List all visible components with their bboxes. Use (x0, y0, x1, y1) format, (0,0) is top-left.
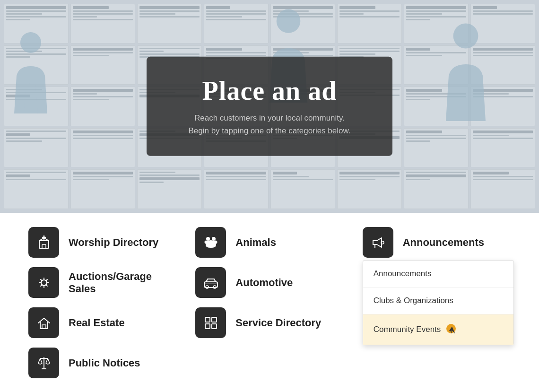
animals-label: Animals (235, 236, 276, 249)
hero-overlay: Place an ad Reach customers in your loca… (147, 57, 392, 156)
dropdown-item-announcements[interactable]: Announcements (363, 261, 513, 287)
automotive-label: Automotive (235, 277, 293, 289)
dropdown-item-clubs-organizations[interactable]: Clubs & Organizations (363, 287, 513, 314)
auctions-garage-sales-label: Auctions/Garage Sales (69, 270, 176, 295)
hero-subtitle: Reach customers in your local community.… (184, 112, 355, 137)
categories-section: Worship Directory Animals An (0, 213, 539, 392)
category-automotive[interactable]: Automotive (195, 267, 343, 298)
worship-directory-icon (28, 227, 59, 258)
category-auctions-garage-sales[interactable]: Auctions/Garage Sales (28, 267, 176, 298)
automotive-icon (195, 267, 226, 298)
svg-rect-18 (205, 324, 210, 329)
category-service-directory[interactable]: Service Directory (195, 307, 343, 338)
svg-rect-16 (205, 317, 210, 322)
announcements-dropdown: Announcements Clubs & Organizations Comm… (363, 260, 514, 345)
svg-point-6 (212, 237, 215, 240)
real-estate-label: Real Estate (69, 317, 125, 329)
svg-point-2 (453, 24, 478, 49)
category-real-estate[interactable]: Real Estate (28, 307, 176, 338)
auctions-garage-sales-icon (28, 267, 59, 298)
dropdown-item-community-events[interactable]: Community Events (363, 314, 513, 345)
service-directory-label: Service Directory (235, 317, 321, 329)
service-directory-icon (195, 307, 226, 338)
cursor-icon (445, 323, 459, 336)
svg-point-1 (277, 9, 301, 33)
hero-title: Place an ad (184, 76, 355, 106)
person-figure-1 (9, 28, 52, 123)
category-animals[interactable]: Animals (195, 227, 343, 258)
announcements-icon (363, 227, 393, 258)
svg-rect-15 (42, 325, 46, 329)
svg-rect-12 (204, 282, 217, 287)
public-notices-icon (28, 348, 59, 378)
svg-point-0 (20, 32, 41, 53)
svg-point-5 (207, 237, 209, 240)
announcements-label: Announcements (403, 236, 484, 249)
worship-directory-label: Worship Directory (69, 236, 158, 249)
svg-rect-19 (212, 324, 217, 329)
hero-section: Place an ad Reach customers in your loca… (0, 0, 539, 213)
svg-rect-4 (42, 244, 46, 248)
public-notices-label: Public Notices (69, 357, 140, 369)
svg-rect-17 (212, 317, 217, 322)
category-public-notices[interactable]: Public Notices (28, 348, 176, 378)
animals-icon (195, 227, 226, 258)
category-worship-directory[interactable]: Worship Directory (28, 227, 176, 258)
category-announcements[interactable]: Announcements Announcements Clubs & Orga… (363, 227, 511, 258)
real-estate-icon (28, 307, 59, 338)
person-figure-4 (437, 19, 494, 132)
